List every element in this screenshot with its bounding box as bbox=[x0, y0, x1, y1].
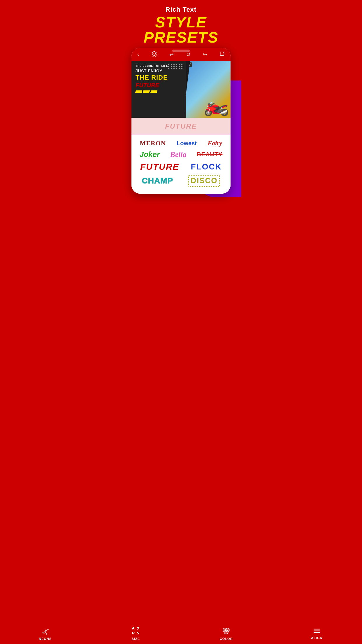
header-section: Rich Text STYLE PRESETS bbox=[121, 0, 241, 48]
header-subtitle: Rich Text bbox=[126, 6, 236, 13]
style-future[interactable]: FUTURE bbox=[140, 162, 179, 172]
style-joker[interactable]: Joker bbox=[140, 150, 160, 159]
canvas-right-image: 🏍️ 27 bbox=[183, 61, 231, 118]
dots-pattern bbox=[168, 64, 183, 69]
content-wrapper: Rich Text STYLE PRESETS ‹ bbox=[121, 0, 241, 194]
styles-row-4: CHAMP DISCO bbox=[134, 175, 228, 187]
style-lowest[interactable]: Lowest bbox=[177, 140, 197, 147]
number-badge: 27 bbox=[186, 62, 192, 67]
phone-container: ‹ ↩ ↺ ↪ bbox=[131, 48, 231, 194]
layers-icon[interactable] bbox=[151, 51, 157, 58]
style-fairy[interactable]: Fairy bbox=[208, 139, 222, 147]
canvas-line3: THE RIDE bbox=[136, 74, 182, 81]
undo-icon[interactable]: ↩ bbox=[169, 51, 174, 58]
canvas-shadow: FUTURE bbox=[131, 118, 231, 135]
main-wrapper: Rich Text STYLE PRESETS ‹ bbox=[121, 0, 241, 215]
canvas-line2: JUST ENJOY bbox=[136, 69, 182, 73]
moto-emoji: 🏍️ bbox=[204, 94, 229, 115]
styles-row-1: MERON Lowest Fairy bbox=[134, 139, 228, 147]
styles-section: MERON Lowest Fairy Joker Bella BEAUTY FU… bbox=[131, 135, 231, 194]
header-title: STYLE PRESETS bbox=[126, 15, 236, 45]
canvas-shadow-text: FUTURE bbox=[165, 122, 197, 130]
redo-icon[interactable]: ↪ bbox=[203, 51, 207, 58]
phone-top-bar: ‹ ↩ ↺ ↪ bbox=[131, 48, 231, 61]
style-disco[interactable]: DISCO bbox=[188, 175, 220, 187]
canvas-area: THE SECRET OF LIFE JUST ENJOY THE RIDE F… bbox=[131, 61, 231, 118]
stripe-1 bbox=[135, 90, 142, 93]
canvas-left: THE SECRET OF LIFE JUST ENJOY THE RIDE F… bbox=[131, 61, 186, 118]
styles-row-2: Joker Bella BEAUTY bbox=[134, 150, 228, 159]
stripe-3 bbox=[150, 90, 157, 93]
style-flock[interactable]: FLOCK bbox=[191, 162, 222, 172]
style-meron[interactable]: MERON bbox=[140, 139, 166, 147]
styles-row-3: FUTURE FLOCK bbox=[134, 162, 228, 172]
style-bella[interactable]: Bella bbox=[170, 150, 186, 159]
canvas-line4: FUTURE bbox=[136, 82, 182, 89]
canvas-stripes bbox=[136, 90, 182, 93]
stripe-2 bbox=[143, 90, 150, 93]
phone-frame: ‹ ↩ ↺ ↪ bbox=[131, 48, 231, 194]
history-icon[interactable]: ↺ bbox=[186, 51, 191, 58]
back-icon[interactable]: ‹ bbox=[137, 51, 139, 57]
style-beauty[interactable]: BEAUTY bbox=[197, 151, 222, 158]
export-icon[interactable] bbox=[219, 51, 225, 58]
style-champ[interactable]: CHAMP bbox=[142, 176, 173, 186]
